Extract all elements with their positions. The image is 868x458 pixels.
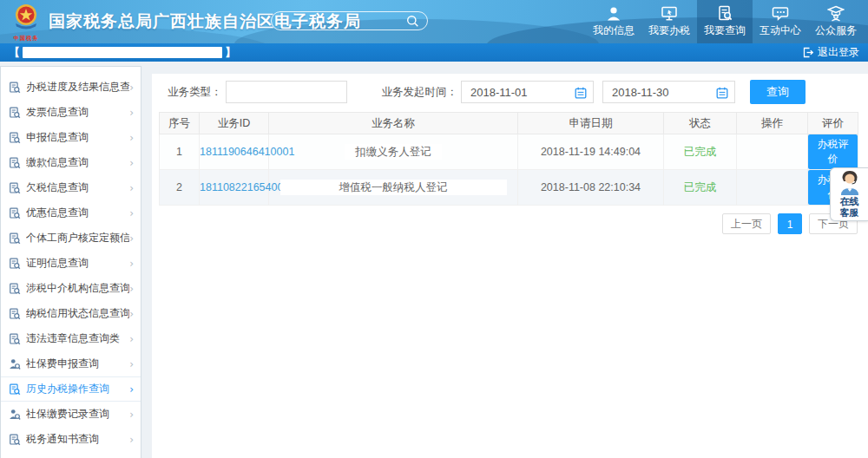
col-index: 序号: [160, 113, 200, 134]
status-badge: 已完成: [684, 181, 717, 193]
sidebar-item-intermediary-info-query[interactable]: 涉税中介机构信息查询 ›: [1, 276, 141, 301]
doc-search-icon: [9, 157, 21, 169]
date-to-field[interactable]: [602, 81, 735, 103]
cell-index: 1: [160, 134, 200, 170]
apply-date: 2018-11-08 22:10:34: [518, 170, 664, 206]
calendar-icon[interactable]: [716, 87, 728, 99]
doc-search-icon: [9, 383, 21, 396]
pagination: 上一页 1 下一页: [152, 213, 858, 234]
calendar-icon[interactable]: [575, 87, 587, 99]
header-search-input[interactable]: [271, 11, 428, 30]
nav-label: 互动中心: [760, 23, 801, 38]
prev-page-button[interactable]: 上一页: [722, 213, 771, 234]
user-icon: [605, 5, 622, 22]
chevron-right-icon: ›: [129, 409, 134, 421]
date-from-field[interactable]: [461, 81, 594, 103]
sidebar-item-history-operation-query[interactable]: 历史办税操作查询 ›: [1, 376, 141, 402]
chevron-right-icon: ›: [129, 358, 134, 370]
monitor-cursor-icon: [661, 5, 678, 22]
service-label-line1: 在线: [840, 196, 859, 207]
sidebar-item-tax-notice-query[interactable]: 税务通知书查询 ›: [1, 427, 141, 452]
business-type-input[interactable]: [226, 81, 347, 103]
query-button[interactable]: 查询: [750, 80, 806, 104]
nav-my-info[interactable]: 我的信息: [586, 0, 641, 43]
sidebar-item-certificate-info-query[interactable]: 证明信息查询 ›: [1, 251, 141, 276]
doc-search-icon: [9, 82, 21, 94]
doc-search-icon: [9, 132, 21, 144]
chat-bubble-icon: [772, 5, 789, 22]
apply-date: 2018-11-19 14:49:04: [518, 134, 664, 170]
nav-query[interactable]: 我要查询: [697, 0, 753, 43]
current-page-button[interactable]: 1: [778, 213, 802, 234]
business-type-label: 业务类型：: [168, 85, 222, 100]
main-content: 业务类型： 业务发起时间：: [152, 74, 868, 458]
sidebar-item-preference-info-query[interactable]: 优惠信息查询 ›: [1, 200, 141, 226]
person-search-icon: [9, 358, 21, 370]
query-filters: 业务类型： 业务发起时间：: [168, 80, 868, 104]
chevron-right-icon: ›: [129, 283, 134, 295]
doc-search-icon: [9, 283, 21, 295]
chevron-right-icon: ›: [129, 258, 134, 270]
table-header-row: 序号 业务ID 业务名称 申请日期 状态 操作 评价: [160, 113, 858, 134]
cell-index: 2: [160, 170, 200, 206]
col-evaluate: 评价: [808, 113, 858, 134]
national-emblem-icon: [12, 3, 40, 30]
date-to-input[interactable]: [603, 86, 706, 99]
logout-icon: [802, 47, 813, 58]
sidebar-item-invoice-info-query[interactable]: 发票信息查询 ›: [1, 100, 141, 125]
chevron-right-icon: ›: [129, 207, 134, 219]
result-table: 序号 业务ID 业务名称 申请日期 状态 操作 评价 1 18111906464…: [159, 112, 858, 206]
sidebar-item-credit-status-query[interactable]: 纳税信用状态信息查询 ›: [1, 301, 141, 326]
chevron-right-icon: ›: [129, 434, 134, 446]
sidebar: 办税进度及结果信息查询 › 发票信息查询 › 申报信息查询 › 缴款信息查询 ›…: [0, 66, 141, 458]
start-time-label: 业务发起时间：: [382, 85, 458, 100]
sidebar-item-violation-info-query[interactable]: 违法违章信息查询类 ›: [1, 326, 141, 351]
sidebar-item-payment-info-query[interactable]: 缴款信息查询 ›: [1, 150, 141, 175]
top-header: 中国税务 国家税务总局广西壮族自治区电子税务局 我的信息: [0, 0, 868, 43]
nav-public-service[interactable]: 公众服务: [808, 0, 864, 43]
nav-interaction-center[interactable]: 互动中心: [753, 0, 808, 43]
chevron-right-icon: ›: [129, 333, 134, 345]
nav-label: 我的信息: [593, 23, 635, 38]
bracket-close: 】: [225, 45, 236, 61]
col-operation: 操作: [737, 113, 808, 134]
person-search-icon: [9, 409, 21, 421]
doc-search-icon: [9, 107, 21, 119]
doc-search-icon: [716, 5, 733, 22]
nav-label: 公众服务: [815, 23, 857, 38]
table-row: 1 1811190646410001 扣缴义务人登记 2018-11-19 14…: [160, 134, 858, 170]
chevron-right-icon: ›: [129, 82, 134, 94]
business-name: 扣缴义务人登记: [345, 144, 442, 160]
page: 中国税务 国家税务总局广西壮族自治区电子税务局 我的信息: [0, 0, 868, 458]
user-bar: 【 】 退出登录: [0, 43, 868, 62]
sidebar-item-social-insurance-payment-query[interactable]: 社保缴费记录查询 ›: [1, 402, 141, 427]
status-badge: 已完成: [684, 146, 717, 158]
sidebar-item-tax-arrears-query[interactable]: 欠税信息查询 ›: [1, 175, 141, 200]
doc-search-icon: [9, 333, 21, 345]
sidebar-item-tax-progress-query[interactable]: 办税进度及结果信息查询 ›: [1, 75, 141, 100]
logout-label: 退出登录: [818, 45, 859, 60]
evaluate-button[interactable]: 办税评价: [808, 134, 858, 169]
chevron-right-icon: ›: [129, 157, 134, 169]
table-row: 2 1811082216540001 增值税一般纳税人登记 2018-11-08…: [160, 170, 858, 206]
date-from-input[interactable]: [462, 86, 564, 99]
doc-search-icon: [9, 258, 21, 270]
col-business-name: 业务名称: [269, 113, 518, 134]
sidebar-item-individual-quota-query[interactable]: 个体工商户核定定额信息查询 ›: [1, 226, 141, 251]
business-id-link[interactable]: 1811190646410001: [200, 146, 294, 158]
sidebar-item-social-insurance-declare-query[interactable]: 社保费申报查询 ›: [1, 351, 141, 376]
col-status: 状态: [664, 113, 737, 134]
tax-bureau-logo: 中国税务: [7, 3, 45, 43]
logout-button[interactable]: 退出登录: [802, 45, 859, 60]
operation-cell: [737, 170, 808, 206]
doc-search-icon: [9, 308, 21, 320]
service-label-line2: 客服: [840, 207, 859, 219]
nav-label: 我要查询: [704, 23, 746, 38]
chevron-right-icon: ›: [129, 107, 134, 119]
bracket-open: 【: [9, 45, 20, 61]
redacted-taxpayer-name: [23, 47, 222, 58]
nav-tax-handling[interactable]: 我要办税: [641, 0, 697, 43]
sidebar-item-declaration-info-query[interactable]: 申报信息查询 ›: [1, 125, 141, 150]
doc-search-icon: [9, 434, 21, 446]
online-service-widget[interactable]: 在线 客服: [830, 167, 868, 221]
